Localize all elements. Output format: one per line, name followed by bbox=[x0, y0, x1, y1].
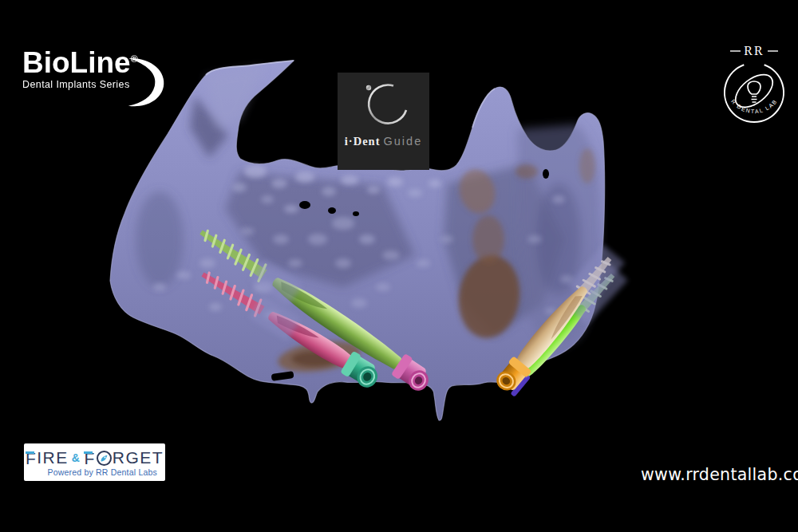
bioline-logo: BioLine® Dental Implants Series bbox=[22, 48, 190, 90]
ident-guide-badge: i·Dent Guide bbox=[338, 73, 429, 170]
rocket-icon bbox=[100, 454, 109, 463]
fire-forget-wordmark: FIRE&FRGET bbox=[24, 449, 165, 467]
ident-guide-wordmark: i·Dent Guide bbox=[345, 135, 422, 148]
fire-forget-badge: FIRE&FRGET Powered by RR Dental Labs bbox=[24, 443, 165, 481]
rocket-o-glyph bbox=[97, 451, 112, 466]
website-url: www.rrdentallab.com bbox=[641, 465, 798, 484]
ident-monogram-icon bbox=[358, 82, 410, 132]
ampersand: & bbox=[72, 451, 81, 464]
rr-initials: RR bbox=[744, 44, 764, 57]
rr-dental-lab-logo: RR RR DENTAL LABS bbox=[718, 41, 790, 133]
render-stage: BioLine® Dental Implants Series i·Dent G… bbox=[0, 0, 798, 532]
letter-f-glyph: F bbox=[84, 450, 95, 467]
letter-f-glyph: F bbox=[26, 450, 37, 467]
powered-by-label: Powered by RR Dental Labs bbox=[24, 467, 165, 477]
